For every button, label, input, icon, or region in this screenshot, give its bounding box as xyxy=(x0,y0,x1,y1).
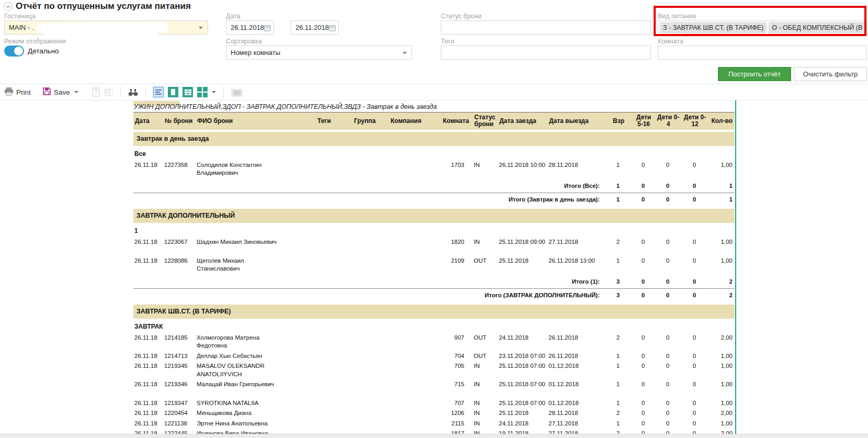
grid-view-icon xyxy=(197,87,208,97)
page-view-icon[interactable] xyxy=(168,87,178,97)
total-label: Итого (Завтрак в день заезда): xyxy=(133,193,605,208)
total-label: Итого (1): xyxy=(133,274,605,289)
cell-tags xyxy=(316,419,352,429)
grid-view-caret-icon xyxy=(212,91,216,93)
section-title: Завтрак в день заезда xyxy=(133,131,735,147)
cell-children-5-16: 0 xyxy=(632,274,655,289)
horizontal-scrollbar[interactable] xyxy=(0,434,868,438)
cell-group xyxy=(352,351,389,362)
cell-company xyxy=(389,160,441,178)
build-report-button[interactable]: Построить отчёт xyxy=(718,67,791,81)
section-header-row: Завтрак в день заезда xyxy=(133,131,735,147)
cell-status: IN xyxy=(473,408,498,419)
column-header: № брони xyxy=(163,113,196,131)
cell-adults: 1 xyxy=(605,398,632,409)
search-binoculars-icon[interactable] xyxy=(128,88,138,96)
group-header-row: ЗАВТРАК xyxy=(133,320,735,333)
guest-name: Холмогорова Матрена Федотовна xyxy=(197,334,284,350)
cell-children-5-16: 0 xyxy=(632,398,655,409)
group-total-row: Итого (Все):10001 xyxy=(133,178,735,193)
cell-status: IN xyxy=(473,398,498,409)
cell-date: 26.11.18 xyxy=(133,361,163,379)
column-header: Дети 0-4 xyxy=(655,113,681,131)
cell-arrival-date: 23.11.2018 07:00 xyxy=(498,351,547,362)
cell-children-5-16: 0 xyxy=(632,351,655,362)
cell-arrival-date: 24.11.2018 xyxy=(498,419,547,429)
cell-booking-number: 1227358 xyxy=(163,160,196,178)
table-row: 26.11.181227358Солодилов Константин Влад… xyxy=(133,160,735,178)
date-to-value: 26.11.2018 xyxy=(295,24,329,31)
cell-tags xyxy=(316,379,352,398)
cell-adults: 1 xyxy=(605,193,632,208)
cell-children-0-4: 0 xyxy=(655,256,681,274)
cell-date: 26.11.18 xyxy=(133,398,163,409)
cell-tags xyxy=(316,160,352,178)
column-header: Компания xyxy=(389,113,441,131)
column-header: ФИО брони xyxy=(196,113,316,131)
cell-departure-date: 26.11.2018 xyxy=(547,351,605,362)
column-header: Дата выезда xyxy=(547,113,605,131)
cell-children-0-4: 0 xyxy=(655,361,681,379)
booking-status-label: Статус брони xyxy=(441,13,482,20)
cell-date: 26.11.18 xyxy=(133,256,163,274)
cell-group xyxy=(352,419,389,429)
grid-view-button[interactable] xyxy=(197,87,216,97)
cell-quantity: 1,00 xyxy=(709,351,735,362)
save-dropdown-caret-icon[interactable] xyxy=(74,91,78,93)
cell-arrival-date: 25.11.2018 09:00 xyxy=(498,237,547,256)
cell-children-5-16: 0 xyxy=(632,237,655,256)
cell-company xyxy=(389,408,441,419)
cell-tags xyxy=(316,237,352,256)
cell-tags xyxy=(316,256,352,274)
column-header: Дети 0-12 xyxy=(681,113,709,131)
cell-company xyxy=(389,419,441,429)
room-input[interactable] xyxy=(658,46,867,60)
table-row: 26.11.181223067Шадхин Михаил Зиновьевич1… xyxy=(133,237,735,256)
table-row: 26.11.181214713Деллар Хью Себастьян704OU… xyxy=(133,351,735,362)
booking-status-input[interactable] xyxy=(441,20,651,35)
cell-adults: 1 xyxy=(605,178,632,193)
cell-quantity: 1,00 xyxy=(709,256,735,274)
cell-date: 26.11.18 xyxy=(133,351,163,362)
cell-group xyxy=(352,160,389,178)
cell-group xyxy=(352,398,389,409)
cell-adults: 1 xyxy=(605,160,632,178)
calendar-icon[interactable]: 7 xyxy=(264,25,271,33)
guest-name: Меньщикова Диана xyxy=(197,409,284,418)
cell-children-0-12: 0 xyxy=(681,289,709,304)
date-to-input[interactable]: 26.11.2018 7 xyxy=(291,20,339,35)
column-header: Теги xyxy=(316,113,352,131)
cell-adults: 1 xyxy=(605,351,632,362)
guest-name: Малацай Иван Григорьевич xyxy=(197,380,284,389)
clipboard-question-icon: ? xyxy=(92,87,100,97)
cell-children-0-12: 0 xyxy=(681,351,709,362)
svg-text:7: 7 xyxy=(332,27,334,31)
svg-text:?: ? xyxy=(94,89,97,95)
cell-children-5-16: 0 xyxy=(632,419,655,429)
section-total-row: Итого (ЗАВТРАК ДОПОЛНИТЕЛЬНЫЙ):30002 xyxy=(133,289,735,304)
table-view-icon[interactable] xyxy=(182,87,193,97)
print-button[interactable]: Print xyxy=(4,87,31,98)
cell-children-0-4: 0 xyxy=(655,398,681,409)
column-header: Группа xyxy=(352,113,389,131)
tags-input[interactable] xyxy=(441,46,651,60)
cell-room: 1206 xyxy=(441,408,473,419)
display-mode-toggle[interactable] xyxy=(4,46,24,57)
cell-guest-name: Холмогорова Матрена Федотовна xyxy=(196,333,316,351)
collapse-panel-icon[interactable] xyxy=(4,2,13,11)
cell-group xyxy=(352,333,389,351)
date-from-input[interactable]: 26.11.2018 7 xyxy=(226,20,274,35)
cell-departure-date: 26.11.2018 xyxy=(547,333,605,351)
cell-departure-date: 01.12.2018 xyxy=(547,398,605,409)
sorting-select[interactable]: Номер комнаты xyxy=(226,46,412,60)
cell-children-0-4: 0 xyxy=(655,419,681,429)
clear-filter-button[interactable]: Очистить фильтр xyxy=(794,67,867,81)
chevron-down-icon xyxy=(199,27,203,29)
text-view-icon[interactable] xyxy=(153,87,164,97)
toolbar-separator xyxy=(223,86,224,98)
total-label: Итого (Все): xyxy=(133,178,605,193)
cell-adults: 1 xyxy=(605,379,632,398)
save-button[interactable]: Save xyxy=(42,87,78,98)
cell-children-0-12: 0 xyxy=(681,160,709,178)
calendar-icon[interactable]: 7 xyxy=(329,25,336,33)
